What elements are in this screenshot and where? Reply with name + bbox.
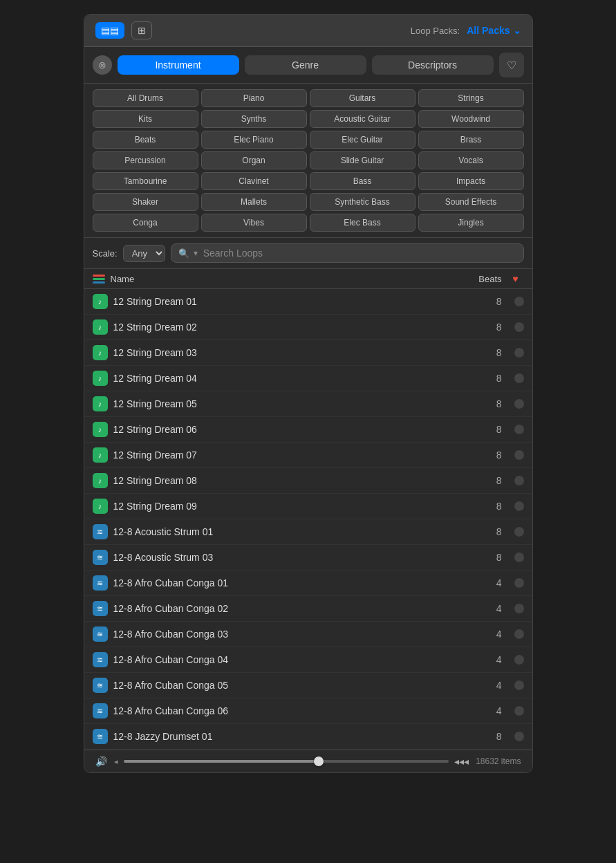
loop-name: 12-8 Acoustic Strum 03	[113, 552, 469, 563]
instrument-btn-mallets[interactable]: Mallets	[201, 193, 307, 211]
loop-type-icon: ≋	[93, 524, 108, 539]
instrument-btn-slide-guitar[interactable]: Slide Guitar	[310, 151, 416, 169]
loop-name: 12 String Dream 08	[113, 475, 469, 486]
loop-name: 12 String Dream 04	[113, 373, 469, 384]
instrument-btn-conga[interactable]: Conga	[93, 214, 198, 232]
loop-favorite-toggle[interactable]	[514, 322, 524, 332]
loop-favorite-toggle[interactable]	[514, 373, 524, 383]
instrument-btn-synthetic-bass[interactable]: Synthetic Bass	[310, 193, 416, 211]
list-item[interactable]: ♪12 String Dream 038	[84, 340, 532, 366]
list-item[interactable]: ♪12 String Dream 048	[84, 366, 532, 391]
list-item[interactable]: ♪12 String Dream 088	[84, 468, 532, 494]
instrument-btn-shaker[interactable]: Shaker	[93, 193, 198, 211]
list-item[interactable]: ≋12-8 Jazzy Drumset 018	[84, 724, 532, 750]
instrument-btn-percussion[interactable]: Percussion	[93, 151, 198, 169]
loop-beats: 8	[474, 373, 509, 384]
loop-favorite-toggle[interactable]	[514, 476, 524, 485]
list-item[interactable]: ♪12 String Dream 058	[84, 391, 532, 417]
tab-genre[interactable]: Genre	[245, 55, 366, 75]
instrument-btn-beats[interactable]: Beats	[93, 131, 198, 149]
loop-favorite-toggle[interactable]	[514, 553, 524, 562]
instrument-btn-brass[interactable]: Brass	[418, 131, 524, 149]
instrument-btn-elec-piano[interactable]: Elec Piano	[201, 131, 307, 149]
instrument-btn-impacts[interactable]: Impacts	[418, 172, 524, 190]
loop-packs-selector[interactable]: All Packs ⌄	[467, 25, 521, 36]
list-item[interactable]: ≋12-8 Afro Cuban Conga 034	[84, 622, 532, 647]
favorites-button[interactable]: ♡	[499, 53, 524, 77]
loop-favorite-toggle[interactable]	[514, 450, 524, 460]
loop-favorite-toggle[interactable]	[514, 732, 524, 741]
instrument-btn-elec-guitar[interactable]: Elec Guitar	[310, 131, 416, 149]
filter-clear-button[interactable]: ⊗	[93, 55, 112, 75]
instrument-btn-piano[interactable]: Piano	[201, 89, 307, 107]
view-list-icon: ▤▤	[101, 25, 119, 36]
loop-favorite-toggle[interactable]	[514, 527, 524, 537]
loop-beats: 8	[474, 449, 509, 461]
loop-favorite-toggle[interactable]	[514, 655, 524, 665]
loop-favorite-toggle[interactable]	[514, 501, 524, 511]
list-item[interactable]: ≋12-8 Afro Cuban Conga 054	[84, 673, 532, 698]
search-input[interactable]	[203, 248, 516, 259]
loop-type-icon: ≋	[93, 652, 108, 667]
volume-thumb[interactable]	[314, 757, 324, 766]
instrument-btn-vocals[interactable]: Vocals	[418, 151, 524, 169]
list-item[interactable]: ≋12-8 Acoustic Strum 038	[84, 545, 532, 570]
loop-favorite-toggle[interactable]	[514, 706, 524, 716]
instrument-btn-tambourine[interactable]: Tambourine	[93, 172, 198, 190]
view-list-button[interactable]: ▤▤	[95, 22, 124, 39]
instrument-btn-vibes[interactable]: Vibes	[201, 214, 307, 232]
filter-tabs-row: ⊗ Instrument Genre Descriptors ♡	[84, 47, 532, 84]
list-item[interactable]: ≋12-8 Acoustic Strum 018	[84, 519, 532, 545]
list-item[interactable]: ♪12 String Dream 068	[84, 417, 532, 443]
loop-name: 12-8 Afro Cuban Conga 03	[113, 629, 469, 640]
items-count: 18632 items	[476, 757, 521, 766]
scale-selector[interactable]: Any	[123, 245, 165, 262]
list-item[interactable]: ≋12-8 Afro Cuban Conga 014	[84, 570, 532, 596]
loop-beats: 8	[474, 347, 509, 358]
loop-favorite-toggle[interactable]	[514, 680, 524, 690]
loop-beats: 4	[474, 603, 509, 614]
instrument-btn-organ[interactable]: Organ	[201, 151, 307, 169]
list-item[interactable]: ♪12 String Dream 018	[84, 289, 532, 315]
loop-name: 12-8 Afro Cuban Conga 02	[113, 603, 469, 614]
volume-min-icon: ◂	[114, 757, 118, 766]
loop-favorite-toggle[interactable]	[514, 604, 524, 613]
tab-descriptors[interactable]: Descriptors	[372, 55, 494, 75]
loop-favorite-toggle[interactable]	[514, 578, 524, 588]
list-item[interactable]: ≋12-8 Afro Cuban Conga 044	[84, 647, 532, 673]
list-item[interactable]: ♪12 String Dream 098	[84, 494, 532, 519]
instrument-btn-all-drums[interactable]: All Drums	[93, 89, 198, 107]
list-item[interactable]: ≋12-8 Afro Cuban Conga 024	[84, 596, 532, 622]
loop-name: 12 String Dream 09	[113, 501, 469, 512]
loop-favorite-toggle[interactable]	[514, 629, 524, 639]
loop-name: 12 String Dream 07	[113, 449, 469, 461]
loop-favorite-toggle[interactable]	[514, 348, 524, 358]
instrument-btn-guitars[interactable]: Guitars	[310, 89, 416, 107]
view-grid-button[interactable]: ⊞	[131, 21, 152, 39]
instrument-btn-woodwind[interactable]: Woodwind	[418, 110, 524, 128]
instrument-btn-acoustic-guitar[interactable]: Acoustic Guitar	[310, 110, 416, 128]
instrument-btn-sound-effects[interactable]: Sound Effects	[418, 193, 524, 211]
search-icon: 🔍	[178, 248, 189, 259]
tab-instrument[interactable]: Instrument	[118, 55, 239, 75]
instrument-btn-synths[interactable]: Synths	[201, 110, 307, 128]
instrument-btn-elec-bass[interactable]: Elec Bass	[310, 214, 416, 232]
loop-name: 12 String Dream 05	[113, 398, 469, 409]
instrument-btn-bass[interactable]: Bass	[310, 172, 416, 190]
list-item[interactable]: ♪12 String Dream 078	[84, 443, 532, 468]
loop-favorite-toggle[interactable]	[514, 297, 524, 306]
instrument-btn-clavinet[interactable]: Clavinet	[201, 172, 307, 190]
loop-type-icon: ≋	[93, 575, 108, 591]
heart-icon: ♡	[507, 59, 516, 72]
instrument-btn-strings[interactable]: Strings	[418, 89, 524, 107]
loop-browser-window: ▤▤ ⊞ Loop Packs: All Packs ⌄ ⊗ Instrumen…	[84, 14, 533, 773]
list-item[interactable]: ≋12-8 Afro Cuban Conga 064	[84, 698, 532, 724]
loop-favorite-toggle[interactable]	[514, 425, 524, 434]
color-bars	[93, 275, 105, 284]
list-item[interactable]: ♪12 String Dream 028	[84, 315, 532, 340]
search-dropdown-icon: ▾	[194, 248, 198, 258]
volume-slider[interactable]	[124, 760, 449, 763]
instrument-btn-jingles[interactable]: Jingles	[418, 214, 524, 232]
loop-favorite-toggle[interactable]	[514, 399, 524, 409]
instrument-btn-kits[interactable]: Kits	[93, 110, 198, 128]
